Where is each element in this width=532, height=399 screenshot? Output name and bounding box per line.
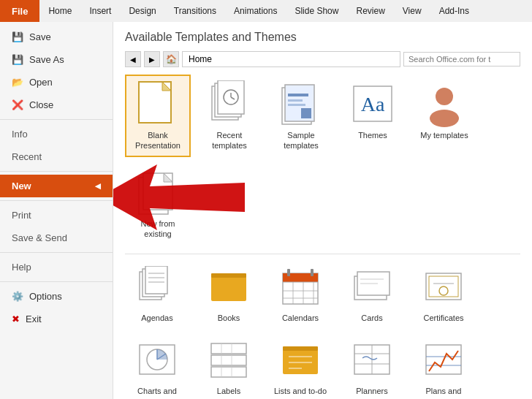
forward-button[interactable]: ▶ xyxy=(144,51,160,67)
category-books[interactable]: Books xyxy=(197,260,261,326)
close-icon: ❌ xyxy=(12,99,23,110)
menu-view[interactable]: View xyxy=(394,0,430,22)
calendars-label: Calendars xyxy=(282,313,319,323)
sidebar-label-open: Open xyxy=(29,77,53,88)
agendas-label: Agendas xyxy=(141,313,172,323)
svg-rect-51 xyxy=(211,343,246,354)
svg-rect-37 xyxy=(287,269,290,276)
calendars-icon xyxy=(277,263,324,310)
menu-addins[interactable]: Add-Ins xyxy=(430,0,478,22)
themes-icon: Aa xyxy=(349,80,396,127)
save-icon: 💾 xyxy=(12,31,23,42)
sidebar-item-exit[interactable]: ✖ Exit xyxy=(0,308,113,330)
sidebar-label-close: Close xyxy=(29,99,53,110)
breadcrumb-text: Home xyxy=(189,54,212,64)
charts-icon xyxy=(134,336,180,383)
certificates-label: Certificates xyxy=(423,313,463,323)
menu-review[interactable]: Review xyxy=(347,0,393,22)
open-icon: 📂 xyxy=(12,77,23,88)
template-sample[interactable]: Sample templates xyxy=(268,75,334,157)
lists-label: Lists and to-do checklists xyxy=(271,386,330,399)
themes-label: Themes xyxy=(358,130,387,140)
category-certificates[interactable]: Certificates xyxy=(411,260,476,326)
svg-rect-52 xyxy=(211,355,246,365)
sidebar-label-info[interactable]: Info xyxy=(0,123,113,145)
category-planners[interactable]: Planners xyxy=(340,333,404,399)
category-charts[interactable]: Charts and diagrams xyxy=(125,333,189,399)
new-existing-icon xyxy=(134,169,181,216)
category-calendars[interactable]: Calendars xyxy=(268,260,332,326)
template-themes[interactable]: Aa Themes xyxy=(340,75,406,157)
menu-bar-items: Home Insert Design Transitions Animation… xyxy=(39,0,532,22)
menu-transitions[interactable]: Transitions xyxy=(165,0,225,22)
section-divider xyxy=(125,254,520,254)
agendas-icon xyxy=(134,263,180,310)
template-new-existing[interactable]: New from existing xyxy=(125,163,191,246)
planners-icon xyxy=(349,336,395,383)
divider5 xyxy=(0,281,113,282)
svg-point-16 xyxy=(436,88,453,105)
blank-icon xyxy=(134,80,181,127)
sidebar-item-saveas[interactable]: 💾 Save As xyxy=(0,48,113,71)
lists-icon xyxy=(277,336,324,383)
svg-text:Aa: Aa xyxy=(361,93,385,115)
cards-label: Cards xyxy=(361,313,382,323)
books-label: Books xyxy=(218,313,240,323)
books-icon xyxy=(205,263,252,310)
sidebar-label-new: New xyxy=(12,180,31,191)
category-lists[interactable]: Lists and to-do checklists xyxy=(268,333,332,399)
app-body: 💾 Save 💾 Save As 📂 Open ❌ Close Info Rec… xyxy=(0,22,532,399)
file-tab[interactable]: File xyxy=(0,0,39,22)
template-blank[interactable]: Blank Presentation xyxy=(125,75,191,157)
saveas-icon: 💾 xyxy=(12,54,23,65)
options-icon: ⚙️ xyxy=(12,291,23,302)
recent-icon xyxy=(206,80,253,127)
exit-icon: ✖ xyxy=(12,314,20,324)
svg-rect-13 xyxy=(301,108,311,118)
divider2 xyxy=(0,171,113,172)
sidebar-item-open[interactable]: 📂 Open xyxy=(0,71,113,94)
labels-label: Labels xyxy=(217,386,240,396)
template-recent[interactable]: Recent templates xyxy=(197,75,262,157)
plans-icon xyxy=(420,336,467,383)
sidebar-item-close[interactable]: ❌ Close xyxy=(0,94,113,116)
menu-home[interactable]: Home xyxy=(39,0,80,22)
menu-design[interactable]: Design xyxy=(120,0,164,22)
my-templates-icon xyxy=(421,80,468,127)
sidebar-label-exit: Exit xyxy=(26,314,42,324)
menu-slideshow[interactable]: Slide Show xyxy=(286,0,347,22)
sample-label: Sample templates xyxy=(274,130,328,151)
page-title: Available Templates and Themes xyxy=(125,31,520,44)
my-templates-label: My templates xyxy=(420,130,468,140)
sidebar-label-saveas: Save As xyxy=(29,54,64,65)
sidebar-label-print[interactable]: Print xyxy=(0,204,113,227)
sidebar-label-help[interactable]: Help xyxy=(0,256,113,278)
search-input[interactable] xyxy=(403,52,520,66)
template-my[interactable]: My templates xyxy=(411,75,477,157)
svg-point-17 xyxy=(430,110,459,127)
menu-animations[interactable]: Animations xyxy=(225,0,286,22)
svg-rect-12 xyxy=(288,104,305,106)
sample-icon xyxy=(278,80,324,127)
svg-rect-61 xyxy=(283,346,318,351)
svg-rect-28 xyxy=(211,273,246,278)
back-button[interactable]: ◀ xyxy=(125,51,141,67)
category-plans[interactable]: Plans and proposals xyxy=(411,333,476,399)
category-labels[interactable]: Labels xyxy=(197,333,261,399)
sidebar-item-options[interactable]: ⚙️ Options xyxy=(0,285,113,308)
sidebar-label-save: Save xyxy=(29,31,51,42)
plans-label: Plans and proposals xyxy=(414,386,473,399)
home-button[interactable]: 🏠 xyxy=(163,51,179,67)
category-cards[interactable]: Cards xyxy=(340,260,404,326)
menu-bar: File Home Insert Design Transitions Anim… xyxy=(0,0,532,22)
divider4 xyxy=(0,252,113,253)
sidebar-label-savesend[interactable]: Save & Send xyxy=(0,227,113,249)
menu-insert[interactable]: Insert xyxy=(80,0,120,22)
certificates-icon xyxy=(420,263,467,310)
categories-grid: Agendas Books xyxy=(125,260,520,399)
category-agendas[interactable]: Agendas xyxy=(125,260,189,326)
nav-toolbar: ◀ ▶ 🏠 Home xyxy=(125,51,520,67)
sidebar-item-new[interactable]: New ◀ xyxy=(0,175,113,197)
sidebar-item-save[interactable]: 💾 Save xyxy=(0,26,113,48)
sidebar-label-recent[interactable]: Recent xyxy=(0,145,113,168)
